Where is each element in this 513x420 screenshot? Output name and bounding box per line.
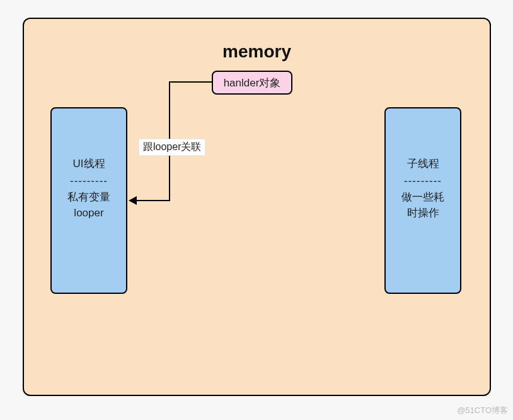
child-thread-text-2: 时操作 [386, 206, 460, 221]
child-thread-divider: --------- [386, 173, 460, 189]
child-thread-text-1: 做一些耗 [386, 190, 460, 206]
arrow-top-segment [169, 81, 212, 83]
ui-thread-divider: --------- [52, 173, 126, 189]
edge-label: 跟looper关联 [139, 139, 205, 156]
ui-thread-box: UI线程 --------- 私有变量 looper [50, 107, 127, 294]
arrow-head-icon [129, 196, 137, 205]
child-thread-title: 子线程 [386, 156, 460, 172]
handler-object-box: hanlder对象 [212, 71, 292, 95]
diagram-title: memory [24, 42, 490, 62]
memory-container: memory hanlder对象 跟looper关联 UI线程 --------… [23, 18, 491, 396]
child-thread-box: 子线程 --------- 做一些耗 时操作 [384, 107, 461, 294]
handler-label: hanlder对象 [224, 76, 281, 90]
ui-thread-text-1: 私有变量 [52, 190, 126, 206]
ui-thread-title: UI线程 [52, 156, 126, 172]
arrow-horizontal-segment [134, 200, 170, 201]
watermark: @51CTO博客 [457, 405, 508, 416]
ui-thread-text-2: looper [52, 206, 126, 221]
